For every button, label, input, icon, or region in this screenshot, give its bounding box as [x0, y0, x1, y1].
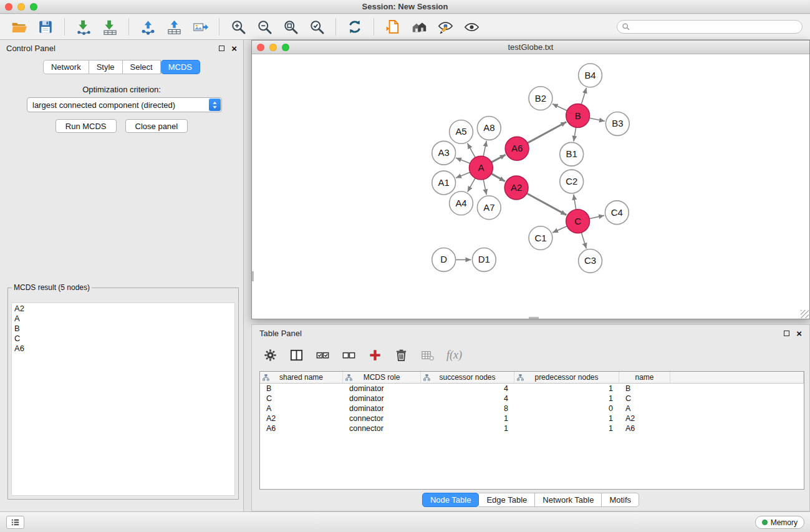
table-cell[interactable]: A2	[260, 414, 343, 423]
minimize-window-button[interactable]	[17, 3, 25, 11]
table-cell[interactable]: A6	[260, 423, 343, 433]
graph-edge[interactable]	[456, 158, 470, 163]
graph-edge[interactable]	[581, 88, 586, 105]
table-row[interactable]: Adominator80A	[260, 404, 804, 414]
table-settings-button[interactable]	[263, 348, 277, 362]
table-cell[interactable]: 1	[514, 414, 619, 423]
column-header[interactable]: predecessor nodes	[514, 372, 619, 384]
table-cell[interactable]: A6	[619, 423, 670, 433]
float-panel-icon[interactable]	[219, 46, 224, 51]
optimization-criterion-dropdown[interactable]: largest connected component (directed)	[27, 97, 222, 112]
zoom-fit-button[interactable]	[279, 16, 302, 37]
export-image-button[interactable]	[188, 16, 212, 37]
table-cell[interactable]: 1	[514, 394, 619, 404]
tab-node-table[interactable]: Node Table	[422, 493, 480, 507]
window-resize-grip[interactable]	[801, 310, 809, 318]
graph-edge[interactable]	[468, 178, 475, 192]
minimize-network-window-button[interactable]	[269, 44, 277, 51]
table-cell[interactable]: 4	[421, 384, 514, 394]
graph-edge[interactable]	[468, 143, 476, 158]
run-mcds-button[interactable]: Run MCDS	[55, 119, 117, 133]
create-column-button[interactable]	[368, 348, 382, 362]
network-window-titlebar[interactable]: testGlobe.txt	[252, 41, 809, 54]
save-session-button[interactable]	[34, 16, 57, 37]
graph-edge[interactable]	[552, 104, 567, 111]
zoom-in-button[interactable]	[226, 16, 250, 37]
toggle-columns-button[interactable]	[289, 348, 304, 362]
column-header[interactable]: successor nodes	[421, 372, 514, 384]
table-cell[interactable]: B	[619, 384, 670, 394]
network-canvas[interactable]: B4B2BB3A8A5A6A3B1AC2A1A2A4A7C4CC1C3DD1	[252, 54, 809, 319]
table-cell[interactable]: dominator	[343, 394, 421, 404]
table-row[interactable]: A6connector11A6	[260, 423, 804, 433]
tab-mcds[interactable]: MCDS	[161, 60, 200, 74]
graph-edge[interactable]	[527, 193, 567, 215]
mcds-result-item[interactable]: C	[14, 334, 232, 344]
graph-edge[interactable]	[574, 127, 576, 141]
table-cell[interactable]: 4	[421, 394, 514, 404]
tab-motifs[interactable]: Motifs	[602, 493, 639, 507]
graph-edge[interactable]	[483, 141, 486, 157]
table-cell[interactable]: 1	[421, 414, 514, 423]
close-table-panel-icon[interactable]: ×	[796, 329, 802, 338]
table-cell[interactable]: 1	[514, 384, 619, 394]
zoom-network-window-button[interactable]	[282, 44, 289, 51]
graphics-details-button[interactable]	[433, 16, 457, 37]
table-cell[interactable]: C	[260, 394, 343, 404]
graph-edge[interactable]	[589, 215, 604, 218]
apply-layout-button[interactable]	[343, 16, 367, 37]
graph-edge[interactable]	[574, 195, 576, 210]
graph-edge[interactable]	[581, 233, 586, 249]
function-builder-button[interactable]: f(x)	[446, 349, 462, 362]
table-cell[interactable]: 0	[514, 404, 619, 414]
table-row[interactable]: A2connector11A2	[260, 414, 804, 423]
welcome-screen-button[interactable]	[407, 16, 431, 37]
memory-button[interactable]: Memory	[755, 516, 804, 529]
close-panel-icon[interactable]: ×	[231, 44, 237, 53]
mcds-result-list[interactable]: A2ABCA6	[11, 302, 235, 496]
table-cell[interactable]: connector	[343, 423, 421, 433]
export-network-button[interactable]	[136, 16, 160, 37]
search-field[interactable]	[617, 20, 803, 34]
network-graph[interactable]: B4B2BB3A8A5A6A3B1AC2A1A2A4A7C4CC1C3DD1	[252, 54, 809, 319]
close-window-button[interactable]	[5, 3, 12, 11]
show-hide-details-button[interactable]	[460, 16, 483, 37]
table-cell[interactable]: C	[619, 394, 670, 404]
delete-column-button[interactable]	[394, 348, 408, 362]
network-document-button[interactable]	[381, 16, 405, 37]
search-input[interactable]	[617, 20, 803, 34]
zoom-out-button[interactable]	[253, 16, 276, 37]
select-all-rows-button[interactable]	[316, 348, 330, 362]
graph-edge[interactable]	[491, 173, 505, 181]
horizontal-scrollbar[interactable]	[529, 317, 539, 319]
mcds-result-item[interactable]: A	[14, 314, 232, 324]
import-network-button[interactable]	[72, 16, 95, 37]
zoom-selected-button[interactable]	[305, 16, 329, 37]
tab-network-table[interactable]: Network Table	[535, 493, 602, 507]
float-table-panel-icon[interactable]	[784, 331, 789, 336]
table-cell[interactable]: 8	[421, 404, 514, 414]
table-cell[interactable]: connector	[343, 414, 421, 423]
export-table-button[interactable]	[162, 16, 186, 37]
table-cell[interactable]: A	[619, 404, 670, 414]
graph-edge[interactable]	[589, 118, 605, 121]
table-cell[interactable]: 1	[514, 423, 619, 433]
close-network-window-button[interactable]	[257, 44, 264, 51]
column-header[interactable]: name	[619, 372, 670, 384]
table-cell[interactable]: 1	[421, 423, 514, 433]
vertical-scrollbar[interactable]	[252, 271, 254, 281]
table-cell[interactable]: A	[260, 404, 343, 414]
tab-network[interactable]: Network	[43, 60, 89, 74]
open-file-button[interactable]	[7, 16, 31, 37]
mcds-result-item[interactable]: A6	[14, 344, 232, 354]
delete-table-button[interactable]	[420, 348, 435, 362]
table-cell[interactable]: A2	[619, 414, 670, 423]
graph-edge[interactable]	[552, 226, 567, 233]
graph-edge[interactable]	[528, 122, 567, 143]
graph-edge[interactable]	[491, 155, 506, 162]
tab-style[interactable]: Style	[89, 60, 123, 74]
table-cell[interactable]: B	[260, 384, 343, 394]
column-header[interactable]: MCDS role	[343, 372, 421, 384]
table-row[interactable]: Bdominator41B	[260, 384, 804, 394]
tab-select[interactable]: Select	[123, 60, 161, 74]
